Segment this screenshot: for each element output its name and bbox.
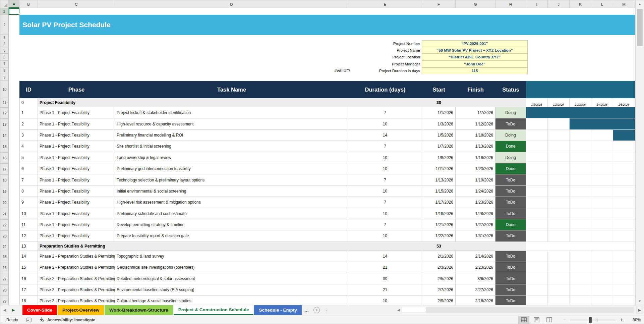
row-header-17[interactable]: 17 (0, 164, 9, 175)
gantt-cell[interactable] (526, 262, 635, 273)
column-header-c[interactable]: C (38, 0, 115, 8)
phase-cell[interactable]: Phase 1 - Project Feasibility (38, 130, 115, 141)
tab-options-kebab-icon[interactable]: ⋮ (323, 305, 331, 315)
duration-cell[interactable]: 14 (348, 251, 422, 262)
gantt-cell[interactable] (526, 141, 635, 152)
row-header-2[interactable]: 2 (0, 15, 9, 35)
status-cell[interactable]: Done (495, 141, 526, 152)
normal-view-icon[interactable] (518, 316, 529, 324)
gantt-cell[interactable] (526, 118, 635, 129)
column-title-duration-days-[interactable]: Duration (days) (348, 81, 422, 98)
hscroll-left-icon[interactable]: ◀ (395, 308, 402, 312)
status-cell[interactable]: ToDo (495, 208, 526, 219)
task-name-cell[interactable]: Cultural heritage & social baseline stud… (115, 295, 348, 305)
macro-record-icon[interactable] (26, 318, 32, 322)
finish-date-cell[interactable]: 1/28/2026 (456, 208, 495, 219)
accessibility-status[interactable]: Accessibility: Investigate (47, 318, 95, 322)
project-info-value[interactable]: “John Doe” (422, 61, 528, 67)
id-cell[interactable]: 7 (19, 174, 38, 185)
phase-cell[interactable]: Phase 1 - Project Feasibility (38, 152, 115, 163)
column-title-start[interactable]: Start (422, 81, 456, 98)
row-header-13[interactable]: 13 (0, 119, 9, 130)
id-cell[interactable]: 18 (19, 295, 38, 305)
tab-scroll-left-icon[interactable]: ◀ (0, 305, 9, 315)
start-date-cell[interactable]: 1/3/2026 (422, 118, 456, 129)
finish-date-cell[interactable]: 1/20/2026 (456, 163, 495, 174)
horizontal-scroll-thumb[interactable] (402, 307, 426, 313)
row-header-20[interactable]: 20 (0, 197, 9, 208)
row-header-29[interactable]: 29 (0, 296, 9, 305)
row-header-7[interactable]: 7 (0, 61, 9, 67)
duration-cell[interactable]: 10 (348, 230, 422, 241)
status-cell[interactable]: Done (495, 219, 526, 230)
row-header-18[interactable]: 18 (0, 175, 9, 186)
id-cell[interactable]: 17 (19, 284, 38, 295)
duration-cell[interactable]: 10 (348, 295, 422, 305)
start-date-cell[interactable]: 1/15/2026 (422, 186, 456, 197)
phase-cell[interactable]: Phase 2 - Preparation Studies & Permitti… (38, 284, 115, 295)
project-info-label[interactable]: Project Name (304, 47, 421, 54)
task-name-cell[interactable]: Environmental baseline study (EIA scopin… (115, 284, 348, 295)
row-header-27[interactable]: 27 (0, 273, 9, 284)
task-name-cell[interactable]: Technology selection & preliminary layou… (115, 174, 348, 185)
row-header-10[interactable]: 10 (0, 81, 9, 98)
tab-scroll-right-icon[interactable]: ▶ (9, 305, 18, 315)
status-cell[interactable]: ToDo (495, 186, 526, 197)
id-cell[interactable]: 5 (19, 152, 38, 163)
accessibility-checker-icon[interactable] (39, 317, 45, 322)
duration-cell[interactable]: 21 (348, 262, 422, 273)
hscroll-right-icon[interactable]: ▶ (636, 306, 643, 314)
status-cell[interactable]: ToDo (495, 230, 526, 241)
column-header-j[interactable]: J (548, 0, 570, 8)
gantt-cell[interactable] (526, 107, 635, 118)
row-header-11[interactable]: 11 (0, 98, 9, 108)
start-date-cell[interactable]: 1/13/2026 (422, 174, 456, 185)
project-info-label[interactable]: Project Location (304, 54, 421, 60)
duration-cell[interactable]: 10 (348, 186, 422, 197)
start-date-cell[interactable]: 1/19/2026 (422, 208, 456, 219)
column-header-h[interactable]: H (495, 0, 526, 8)
column-title-phase[interactable]: Phase (38, 81, 115, 98)
status-cell[interactable]: Done (495, 163, 526, 174)
section-title-band[interactable]: Project Feasibility30 (38, 98, 526, 107)
gantt-cell[interactable] (526, 152, 635, 163)
status-cell[interactable]: ToDo (495, 262, 526, 273)
status-cell[interactable]: ToDo (495, 284, 526, 295)
row-header-12[interactable]: 12 (0, 108, 9, 119)
row-header-22[interactable]: 22 (0, 220, 9, 231)
start-date-cell[interactable]: 1/7/2026 (422, 141, 456, 152)
sheet-tab-cover-slide[interactable]: Cover-Slide (22, 305, 57, 315)
id-cell[interactable]: 15 (19, 262, 38, 273)
new-sheet-icon[interactable]: + (313, 307, 320, 313)
row-header-16[interactable]: 16 (0, 153, 9, 164)
finish-date-cell[interactable]: 1/19/2026 (456, 174, 495, 185)
phase-cell[interactable]: Phase 1 - Project Feasibility (38, 219, 115, 230)
phase-cell[interactable]: Phase 2 - Preparation Studies & Permitti… (38, 273, 115, 284)
row-header-5[interactable]: 5 (0, 47, 9, 54)
column-header-i[interactable]: I (526, 0, 548, 8)
horizontal-scrollbar[interactable]: ◀ (395, 306, 634, 314)
title-banner[interactable]: Solar PV Project Schedule (19, 15, 635, 35)
id-cell[interactable]: 4 (19, 141, 38, 152)
start-date-cell[interactable]: 1/22/2026 (422, 230, 456, 241)
finish-date-cell[interactable]: 2/18/2026 (456, 295, 495, 305)
zoom-in-icon[interactable]: + (620, 317, 623, 323)
task-name-cell[interactable]: Land ownership & legal review (115, 152, 348, 163)
id-cell[interactable]: 11 (19, 219, 38, 230)
status-cell[interactable]: Doing (495, 107, 526, 118)
phase-cell[interactable]: Phase 2 - Preparation Studies & Permitti… (38, 295, 115, 305)
select-all-corner[interactable] (0, 0, 9, 8)
gantt-cell[interactable] (526, 174, 635, 185)
row-header-4[interactable]: 4 (0, 40, 9, 47)
start-date-cell[interactable]: 1/11/2026 (422, 163, 456, 174)
finish-date-cell[interactable]: 1/18/2026 (456, 152, 495, 163)
row-header-28[interactable]: 28 (0, 285, 9, 296)
phase-cell[interactable]: Phase 2 - Preparation Studies & Permitti… (38, 251, 115, 262)
status-cell[interactable]: ToDo (495, 251, 526, 262)
task-name-cell[interactable]: High-level risk assessment & mitigation … (115, 197, 348, 208)
duration-cell[interactable]: 10 (348, 208, 422, 219)
row-header-14[interactable]: 14 (0, 130, 9, 141)
sheet-tab-work-breakdown-structure[interactable]: Work-Breakdown-Structure (105, 305, 173, 315)
row-header-3[interactable]: 3 (0, 35, 9, 40)
id-cell[interactable]: 10 (19, 208, 38, 219)
